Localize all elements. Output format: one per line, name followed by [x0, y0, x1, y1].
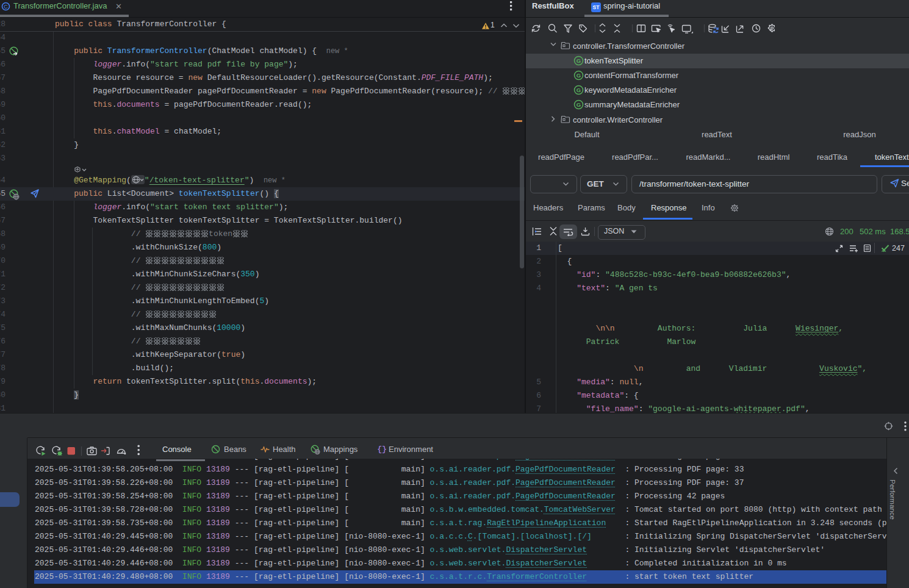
- svg-text:G: G: [577, 87, 581, 93]
- svg-text:G: G: [577, 57, 581, 64]
- svg-text:G: G: [577, 101, 581, 108]
- svg-text:G: G: [577, 72, 581, 79]
- svg-text:C: C: [4, 4, 8, 10]
